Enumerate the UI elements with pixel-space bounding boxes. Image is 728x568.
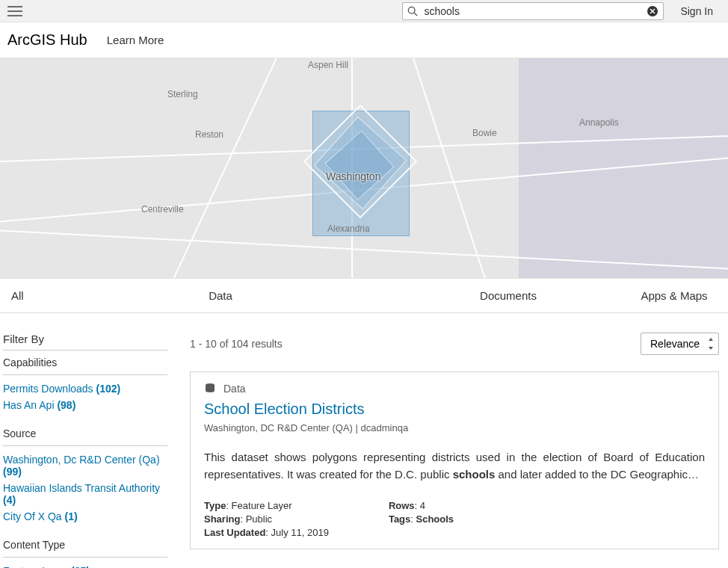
results-count: 1 - 10 of 104 results bbox=[190, 338, 283, 350]
filter-title: Filter By bbox=[3, 333, 167, 351]
filter-sidebar: Filter By Capabilities Permits Downloads… bbox=[3, 333, 167, 568]
map-label: Bowie bbox=[472, 128, 497, 138]
svg-line-1 bbox=[415, 13, 418, 16]
map-banner[interactable]: Aspen Hill Sterling Reston Centreville A… bbox=[0, 58, 728, 279]
map-label: Aspen Hill bbox=[308, 60, 348, 70]
tab-data[interactable]: Data bbox=[45, 279, 396, 312]
facet-source-hawaiian[interactable]: Hawaiian Islands Transit Authority (4) bbox=[3, 482, 167, 506]
svg-point-0 bbox=[409, 7, 416, 13]
map-label: Sterling bbox=[167, 89, 198, 99]
map-label: Alexandria bbox=[327, 223, 370, 234]
map-label: Annapolis bbox=[579, 117, 619, 128]
facet-source-city-of-x[interactable]: City Of X Qa (1) bbox=[3, 510, 167, 522]
sign-in-link[interactable]: Sign In bbox=[671, 5, 722, 17]
facet-capabilities: Capabilities Permits Downloads (102) Has… bbox=[3, 356, 167, 411]
result-type-label: Data bbox=[223, 383, 246, 395]
map-label: Centreville bbox=[141, 204, 184, 214]
facet-content-type: Content Type Feature Layer (95) Document… bbox=[3, 539, 167, 568]
result-card: Data School Election Districts Washingto… bbox=[190, 371, 719, 549]
menu-icon[interactable] bbox=[6, 3, 24, 19]
learn-more-link[interactable]: Learn More bbox=[107, 34, 164, 46]
facet-source: Source Washington, Dc R&D Center (Qa) (9… bbox=[3, 427, 167, 522]
clear-search-icon[interactable] bbox=[647, 5, 658, 17]
facet-has-an-api[interactable]: Has An Api (98) bbox=[3, 399, 167, 411]
result-metadata: Type: Feature Layer Sharing: Public Last… bbox=[204, 500, 705, 538]
facet-source-title: Source bbox=[3, 427, 167, 446]
facet-feature-layer[interactable]: Feature Layer (95) bbox=[3, 565, 167, 568]
facet-source-washington-dc[interactable]: Washington, Dc R&D Center (Qa) (99) bbox=[3, 454, 167, 478]
result-description: This dataset shows polygons representing… bbox=[204, 448, 705, 484]
map-label-washington: Washington bbox=[326, 170, 380, 182]
result-source: Washington, DC R&D Center (QA) | dcadmin… bbox=[204, 422, 705, 433]
facet-capabilities-title: Capabilities bbox=[3, 356, 167, 375]
search-container bbox=[402, 2, 664, 20]
search-input[interactable] bbox=[424, 5, 647, 17]
top-bar: Sign In bbox=[0, 0, 728, 22]
content-tabs: All Data Documents Apps & Maps bbox=[0, 279, 728, 313]
facet-content-type-title: Content Type bbox=[3, 539, 167, 558]
facet-permits-downloads[interactable]: Permits Downloads (102) bbox=[3, 383, 167, 395]
tab-all[interactable]: All bbox=[0, 279, 45, 312]
result-title-link[interactable]: School Election Districts bbox=[204, 401, 705, 418]
brand-title: ArcGIS Hub bbox=[7, 31, 87, 49]
sort-select[interactable]: Relevance bbox=[641, 333, 719, 355]
tab-documents[interactable]: Documents bbox=[396, 279, 620, 312]
search-icon bbox=[407, 6, 418, 16]
brand-bar: ArcGIS Hub Learn More bbox=[0, 22, 728, 58]
map-label: Reston bbox=[195, 129, 223, 140]
results-panel: 1 - 10 of 104 results Relevance Data Sch… bbox=[190, 333, 719, 568]
sort-wrapper: Relevance bbox=[641, 333, 719, 355]
database-icon bbox=[204, 383, 216, 395]
tab-apps-maps[interactable]: Apps & Maps bbox=[620, 279, 728, 312]
